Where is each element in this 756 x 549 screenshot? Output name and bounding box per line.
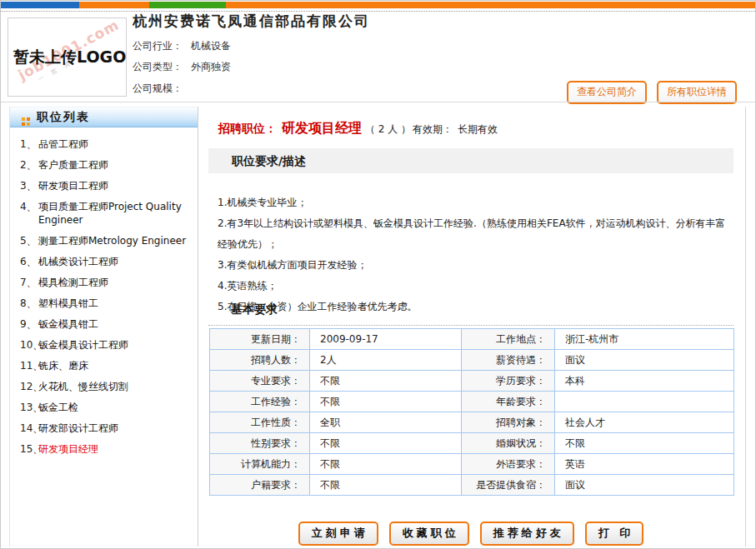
item-label: 品管工程师 (38, 137, 194, 151)
table-row: 更新日期： 2009-09-17 工作地点： 浙江-杭州市 (210, 329, 734, 350)
sidebar-item-position-13[interactable]: 13、钣金工检 (15, 401, 194, 414)
main-right-border (745, 107, 746, 547)
table-row: 招聘人数： 2人 薪资待遇： 面议 (210, 350, 734, 371)
field-label: 工作经验： (210, 392, 310, 412)
top-bar-green-segment (149, 2, 226, 8)
job-detail-panel: 招聘职位：研发项目经理（ 2 人 ）有效期：长期有效 职位要求/描述 1.机械类… (208, 107, 745, 548)
sidebar-item-position-15-active[interactable]: 15、研发项目经理 (15, 442, 194, 456)
table-row: 工作性质： 全职 招聘对象： 社会人才 (210, 412, 734, 433)
all-positions-button[interactable]: 所有职位详情 (657, 81, 737, 104)
sidebar-item-position-6[interactable]: 6、机械类设计工程师 (15, 255, 194, 268)
grid-squares-icon (22, 113, 30, 122)
job-title: 研发项目经理 (282, 120, 362, 136)
field-label: 招聘人数： (210, 350, 310, 371)
sidebar-item-position-4[interactable]: 4、项目质量工程师Project Quality Engineer (15, 200, 194, 227)
header-divider (1, 102, 755, 102)
item-number: 11、 (15, 359, 38, 372)
field-label: 工作性质： (210, 412, 310, 433)
sidebar-item-position-12[interactable]: 12、火花机、慢丝线切割 (15, 380, 194, 393)
company-industry-row: 公司行业：机械设备 (133, 39, 231, 53)
field-value: 不限 (310, 433, 462, 454)
item-number: 1、 (15, 137, 38, 151)
field-value: 不限 (310, 392, 462, 412)
field-label: 招聘对象： (462, 412, 555, 433)
item-number: 9、 (15, 317, 38, 331)
sidebar-item-position-11[interactable]: 11、铣床、磨床 (15, 359, 194, 372)
field-value: 面议 (555, 475, 734, 496)
item-label: 塑料模具钳工 (38, 297, 194, 310)
item-label: 钣金模具设计工程师 (38, 338, 194, 352)
position-list-sidebar: 职位列表 1、品管工程师 2、客户质量工程师 3、研发项目工程师 4、项目质量工… (9, 107, 198, 547)
table-row: 工作经验： 不限 年龄要求： (210, 392, 734, 412)
sidebar-item-position-9[interactable]: 9、钣金模具钳工 (15, 317, 194, 331)
company-type-row: 公司类型：外商独资 (133, 60, 231, 74)
item-label: 测量工程师Metrology Engineer (38, 234, 194, 247)
table-row: 户籍要求： 不限 是否提供食宿： 面议 (210, 475, 734, 496)
field-value (555, 392, 734, 412)
sidebar-item-position-2[interactable]: 2、客户质量工程师 (15, 158, 194, 172)
item-label: 火花机、慢丝线切割 (38, 380, 194, 393)
field-label: 婚姻状况： (462, 433, 555, 454)
job-description: 1.机械类专业毕业； 2.有3年以上结构设计或塑料模具、钣金模具设计工作经验.（… (218, 192, 731, 317)
sidebar-item-position-14[interactable]: 14、研发部设计工程师 (15, 422, 194, 435)
item-number: 6、 (15, 255, 38, 268)
field-value: 社会人才 (555, 412, 734, 433)
item-label: 研发项目工程师 (38, 179, 194, 192)
position-list-header: 职位列表 (10, 107, 198, 127)
item-label: 铣床、磨床 (38, 359, 194, 372)
field-label: 更新日期： (210, 329, 310, 350)
sidebar-item-position-10[interactable]: 10、钣金模具设计工程师 (15, 338, 194, 352)
field-value: 2009-09-17 (310, 329, 462, 350)
sidebar-item-position-3[interactable]: 3、研发项目工程师 (15, 179, 194, 192)
apply-now-button[interactable]: 立刻申请 (298, 522, 378, 546)
company-logo-placeholder: job1001.com 一 览 英 才 暂未上传LOGO (8, 17, 127, 97)
item-number: 4、 (15, 200, 38, 227)
item-number: 10、 (15, 338, 38, 352)
field-label: 学历要求： (462, 371, 555, 392)
item-number: 14、 (15, 422, 38, 435)
field-value: 浙江-杭州市 (555, 329, 734, 350)
field-label: 计算机能力： (210, 454, 310, 475)
table-row: 专业要求： 不限 学历要求： 本科 (210, 371, 734, 392)
field-value: 2人 (310, 350, 462, 371)
company-industry-value: 机械设备 (191, 40, 231, 52)
field-value: 本科 (555, 371, 734, 392)
field-value: 英语 (555, 454, 734, 475)
save-job-button[interactable]: 收藏职位 (389, 522, 469, 546)
sidebar-item-position-5[interactable]: 5、测量工程师Metrology Engineer (15, 234, 194, 247)
company-industry-label: 公司行业： (133, 40, 183, 52)
basic-requirements-table: 更新日期： 2009-09-17 工作地点： 浙江-杭州市 招聘人数： 2人 薪… (209, 328, 734, 496)
recommend-to-friend-button[interactable]: 推荐给好友 (480, 522, 574, 546)
item-label: 研发项目经理 (38, 442, 194, 456)
item-label: 模具检测工程师 (38, 276, 194, 289)
item-label: 机械类设计工程师 (38, 255, 194, 268)
top-bar-orange-segment-long (226, 2, 755, 8)
field-value: 不限 (555, 433, 734, 454)
job-description-section-header: 职位要求/描述 (208, 148, 733, 173)
sidebar-item-position-1[interactable]: 1、品管工程师 (15, 137, 194, 151)
dotted-divider (1, 11, 755, 12)
item-number: 13、 (15, 401, 38, 414)
field-label: 薪资待遇： (462, 350, 555, 371)
page-container: job1001.com 一 览 英 才 暂未上传LOGO 杭州安费诺飞凤通信部品… (0, 0, 756, 549)
position-list: 1、品管工程师 2、客户质量工程师 3、研发项目工程师 4、项目质量工程师Pro… (10, 127, 198, 456)
item-number: 2、 (15, 158, 38, 172)
item-number: 7、 (15, 276, 38, 289)
item-number: 12、 (15, 380, 38, 393)
view-company-profile-button[interactable]: 查看公司简介 (567, 81, 647, 104)
field-label: 专业要求： (210, 371, 310, 392)
item-number: 15、 (15, 442, 38, 456)
sidebar-item-position-8[interactable]: 8、塑料模具钳工 (15, 297, 194, 310)
item-label: 研发部设计工程师 (38, 422, 194, 435)
print-button[interactable]: 打 印 (585, 522, 644, 546)
description-line: 4.英语熟练； (218, 276, 731, 297)
company-size-row: 公司规模： (133, 82, 191, 96)
field-value: 不限 (310, 454, 462, 475)
company-type-value: 外商独资 (191, 61, 231, 72)
field-label: 户籍要求： (210, 475, 310, 496)
field-value: 全职 (310, 412, 462, 433)
sidebar-item-position-7[interactable]: 7、模具检测工程师 (15, 276, 194, 289)
job-title-line: 招聘职位：研发项目经理（ 2 人 ）有效期：长期有效 (218, 120, 498, 137)
job-title-label: 招聘职位： (218, 122, 277, 135)
basic-requirements-section-header: 基本要求 (208, 302, 733, 326)
